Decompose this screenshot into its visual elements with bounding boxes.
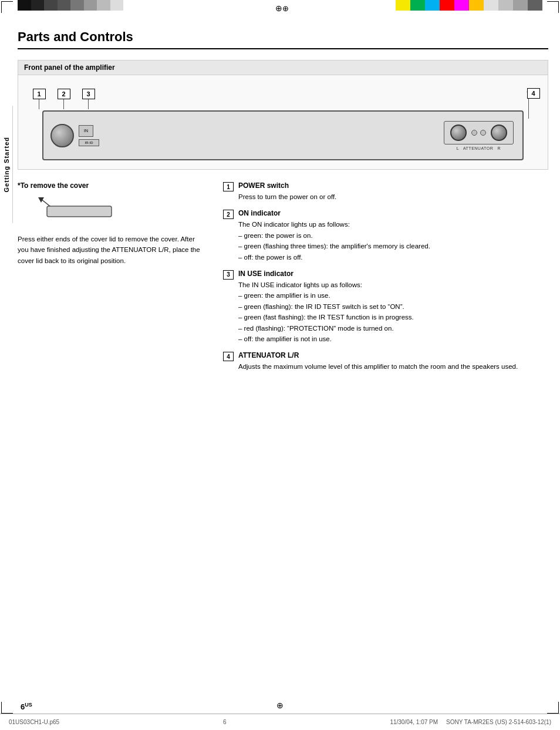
item-desc-3: The IN USE indicator lights up as follow… xyxy=(238,280,548,344)
front-panel-section: Front panel of the amplifier 1 2 xyxy=(18,60,548,170)
item-intro-2: The ON indicator lights up as follows: xyxy=(238,221,350,228)
attenuator-controls: L ATTENUATOR R xyxy=(444,121,514,150)
corner-mark-tl xyxy=(1,1,13,13)
bar-seg xyxy=(469,0,484,11)
corner-mark-br xyxy=(547,702,559,714)
front-panel-diagram: 1 2 3 4 xyxy=(18,75,548,169)
page-number: 6US xyxy=(21,702,32,711)
bar-seg xyxy=(425,0,440,11)
bar-seg xyxy=(58,0,71,11)
bar-seg xyxy=(70,0,84,11)
label-1: 1 xyxy=(33,89,46,99)
sidebar-label: Getting Started xyxy=(3,137,10,192)
top-bar-right xyxy=(396,0,542,11)
two-column-layout: *To remove the cover Press either ends o… xyxy=(18,181,548,379)
item-title-3: IN USE indicator xyxy=(238,270,548,278)
item-number-4: 4 xyxy=(223,352,234,361)
bar-seg xyxy=(498,0,513,11)
main-content: Parts and Controls Front panel of the am… xyxy=(18,29,548,415)
bar-seg xyxy=(484,0,498,11)
bullet-item: green (flashing): the IR ID TEST switch … xyxy=(238,301,548,312)
front-panel-header: Front panel of the amplifier xyxy=(18,60,548,75)
left-column: *To remove the cover Press either ends o… xyxy=(18,181,205,379)
item-content-2: ON indicator The ON indicator lights up … xyxy=(238,209,548,263)
main-knob xyxy=(50,124,74,147)
item-desc-1: Press to turn the power on or off. xyxy=(238,191,548,202)
bullet-item: off: the amplifier is not in use. xyxy=(238,334,548,344)
item-desc-4: Adjusts the maximum volume level of this… xyxy=(238,361,548,372)
att-knob-right xyxy=(491,125,507,141)
bar-seg xyxy=(97,0,110,11)
cover-lid-illustration xyxy=(29,194,123,227)
label-4: 4 xyxy=(527,88,540,99)
cover-body-text: Press either ends of the cover lid to re… xyxy=(18,234,205,266)
bottom-left-text: 01US03CH1-U.p65 xyxy=(9,719,59,725)
item-content-3: IN USE indicator The IN USE indicator li… xyxy=(238,270,548,344)
bullet-item: off: the power is off. xyxy=(238,252,548,263)
bottom-right-text: 11/30/04, 1:07 PM SONY TA-MR2ES (US) 2-5… xyxy=(390,719,551,725)
item-number-3: 3 xyxy=(223,270,234,280)
bullet-item: green: the amplifier is in use. xyxy=(238,290,548,301)
svg-marker-2 xyxy=(38,197,44,203)
small-control-1: IN xyxy=(84,129,88,133)
remove-cover-title: *To remove the cover xyxy=(18,181,205,190)
corner-mark-tr xyxy=(547,1,559,13)
item-row-2: 2 ON indicator The ON indicator lights u… xyxy=(223,209,548,263)
item-title-2: ON indicator xyxy=(238,209,548,217)
getting-started-tab: Getting Started xyxy=(0,106,13,223)
small-control-2: IR-ID xyxy=(85,141,93,144)
item-desc-2: The ON indicator lights up as follows: g… xyxy=(238,219,548,263)
bottom-bar: 01US03CH1-U.p65 6 11/30/04, 1:07 PM SONY… xyxy=(0,714,560,730)
svg-rect-0 xyxy=(47,206,112,217)
bullet-item: green (fast flashing): the IR TEST funct… xyxy=(238,312,548,322)
bar-seg xyxy=(18,0,31,11)
item-number-1: 1 xyxy=(223,182,234,191)
bar-seg xyxy=(410,0,425,11)
bar-seg xyxy=(513,0,528,11)
item-number-2: 2 xyxy=(223,210,234,219)
bottom-center-text: 6 xyxy=(223,719,227,725)
bullet-item: green (flashing three times): the amplif… xyxy=(238,241,548,251)
item-content-4: ATTENUATOR L/R Adjusts the maximum volum… xyxy=(238,351,548,372)
led-2 xyxy=(480,130,486,136)
item-bullets-3: green: the amplifier is in use. green (f… xyxy=(238,290,548,344)
item-content-1: POWER switch Press to turn the power on … xyxy=(238,181,548,202)
label-3: 3 xyxy=(82,89,95,99)
bullet-item: red (flashing): “PROTECTION” mode is tur… xyxy=(238,323,548,334)
bar-seg xyxy=(454,0,469,11)
bullet-item: green: the power is on. xyxy=(238,230,548,241)
item-row-4: 4 ATTENUATOR L/R Adjusts the maximum vol… xyxy=(223,351,548,372)
page-number-area: 6US xyxy=(21,702,32,711)
bar-seg xyxy=(44,0,58,11)
crosshair-bottom: ⊕ xyxy=(276,701,284,710)
item-intro-3: The IN USE indicator lights up as follow… xyxy=(238,281,362,288)
label-2: 2 xyxy=(58,89,70,99)
page-title: Parts and Controls xyxy=(18,29,548,49)
item-row-1: 1 POWER switch Press to turn the power o… xyxy=(223,181,548,202)
crosshair-top: ⊕ xyxy=(275,4,285,13)
top-bar-left xyxy=(18,0,123,11)
bar-seg xyxy=(84,0,97,11)
att-knob-left xyxy=(450,125,467,141)
item-bullets-2: green: the power is on. green (flashing … xyxy=(238,230,548,263)
attenuator-label: L ATTENUATOR R xyxy=(457,146,501,150)
attenuator-panel xyxy=(444,121,514,144)
amplifier-body: IN IR-ID xyxy=(42,110,524,160)
item-row-3: 3 IN USE indicator The IN USE indicator … xyxy=(223,270,548,344)
bar-seg xyxy=(440,0,454,11)
right-column: 1 POWER switch Press to turn the power o… xyxy=(223,181,548,379)
bar-seg xyxy=(528,0,542,11)
bar-seg xyxy=(31,0,45,11)
corner-mark-bl xyxy=(1,702,13,714)
led-1 xyxy=(471,130,477,136)
bar-seg xyxy=(396,0,410,11)
item-title-1: POWER switch xyxy=(238,181,548,190)
item-title-4: ATTENUATOR L/R xyxy=(238,351,548,359)
bar-seg xyxy=(110,0,124,11)
